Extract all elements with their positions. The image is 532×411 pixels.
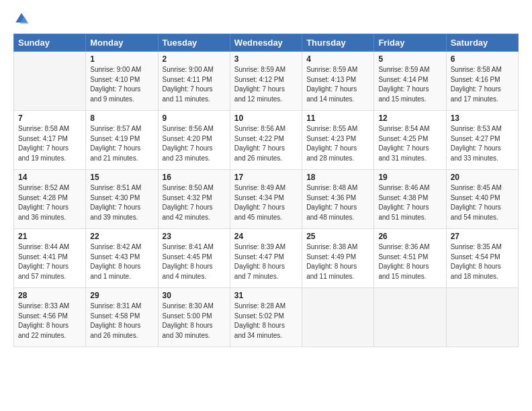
calendar-cell: 18Sunrise: 8:48 AM Sunset: 4:36 PM Dayli… (302, 170, 374, 229)
day-info: Sunrise: 9:00 AM Sunset: 4:11 PM Dayligh… (163, 65, 226, 104)
day-info: Sunrise: 8:46 AM Sunset: 4:38 PM Dayligh… (378, 183, 441, 222)
day-info: Sunrise: 8:39 AM Sunset: 4:47 PM Dayligh… (234, 242, 298, 281)
calendar-cell: 1Sunrise: 9:00 AM Sunset: 4:10 PM Daylig… (86, 52, 158, 111)
calendar-cell: 7Sunrise: 8:58 AM Sunset: 4:17 PM Daylig… (14, 111, 86, 170)
day-info: Sunrise: 8:56 AM Sunset: 4:20 PM Dayligh… (163, 124, 226, 163)
day-info: Sunrise: 8:52 AM Sunset: 4:28 PM Dayligh… (18, 183, 81, 222)
calendar-cell (374, 288, 446, 347)
calendar-cell: 12Sunrise: 8:54 AM Sunset: 4:25 PM Dayli… (374, 111, 446, 170)
day-number: 23 (163, 232, 226, 241)
day-info: Sunrise: 8:53 AM Sunset: 4:27 PM Dayligh… (451, 124, 514, 163)
calendar-cell: 30Sunrise: 8:30 AM Sunset: 5:00 PM Dayli… (158, 288, 230, 347)
calendar-cell (14, 52, 86, 111)
day-info: Sunrise: 8:45 AM Sunset: 4:40 PM Dayligh… (451, 183, 514, 222)
day-number: 12 (378, 113, 441, 123)
calendar-cell: 27Sunrise: 8:35 AM Sunset: 4:54 PM Dayli… (446, 229, 518, 288)
calendar-cell: 4Sunrise: 8:59 AM Sunset: 4:13 PM Daylig… (302, 52, 374, 111)
day-info: Sunrise: 8:59 AM Sunset: 4:12 PM Dayligh… (234, 65, 298, 104)
day-number: 13 (451, 113, 514, 123)
day-number: 20 (451, 173, 514, 182)
calendar-table: SundayMondayTuesdayWednesdayThursdayFrid… (13, 34, 519, 347)
day-number: 9 (163, 113, 226, 123)
day-number: 31 (234, 291, 298, 300)
day-number: 5 (378, 54, 441, 64)
day-info: Sunrise: 8:44 AM Sunset: 4:41 PM Dayligh… (18, 242, 81, 281)
day-number: 14 (18, 173, 81, 182)
day-number: 10 (234, 113, 298, 123)
day-info: Sunrise: 8:55 AM Sunset: 4:23 PM Dayligh… (306, 124, 369, 163)
day-info: Sunrise: 8:49 AM Sunset: 4:34 PM Dayligh… (234, 183, 298, 222)
calendar-cell: 28Sunrise: 8:33 AM Sunset: 4:56 PM Dayli… (14, 288, 86, 347)
day-number: 26 (378, 232, 441, 241)
day-number: 15 (90, 173, 153, 182)
day-number: 1 (90, 54, 153, 64)
day-number: 21 (18, 232, 81, 241)
day-info: Sunrise: 8:31 AM Sunset: 4:58 PM Dayligh… (90, 302, 153, 340)
calendar-cell: 24Sunrise: 8:39 AM Sunset: 4:47 PM Dayli… (230, 229, 302, 288)
calendar-cell: 3Sunrise: 8:59 AM Sunset: 4:12 PM Daylig… (230, 52, 302, 111)
col-header-wednesday: Wednesday (230, 34, 302, 52)
calendar-cell: 21Sunrise: 8:44 AM Sunset: 4:41 PM Dayli… (14, 229, 86, 288)
day-info: Sunrise: 8:41 AM Sunset: 4:45 PM Dayligh… (163, 242, 226, 281)
calendar-cell: 25Sunrise: 8:38 AM Sunset: 4:49 PM Dayli… (302, 229, 374, 288)
col-header-monday: Monday (86, 34, 158, 52)
day-info: Sunrise: 8:59 AM Sunset: 4:14 PM Dayligh… (378, 65, 441, 104)
day-info: Sunrise: 8:30 AM Sunset: 5:00 PM Dayligh… (163, 302, 226, 340)
day-number: 4 (306, 54, 369, 64)
calendar-cell: 20Sunrise: 8:45 AM Sunset: 4:40 PM Dayli… (446, 170, 518, 229)
calendar-cell: 17Sunrise: 8:49 AM Sunset: 4:34 PM Dayli… (230, 170, 302, 229)
logo (13, 11, 32, 27)
calendar-cell: 10Sunrise: 8:56 AM Sunset: 4:22 PM Dayli… (230, 111, 302, 170)
calendar-cell: 23Sunrise: 8:41 AM Sunset: 4:45 PM Dayli… (158, 229, 230, 288)
col-header-friday: Friday (374, 34, 446, 52)
day-number: 25 (306, 232, 369, 241)
calendar-cell (446, 288, 518, 347)
day-info: Sunrise: 8:42 AM Sunset: 4:43 PM Dayligh… (90, 242, 153, 281)
day-number: 17 (234, 173, 298, 182)
day-number: 28 (18, 291, 81, 300)
page-header (13, 11, 519, 27)
calendar-cell: 2Sunrise: 9:00 AM Sunset: 4:11 PM Daylig… (158, 52, 230, 111)
day-number: 29 (90, 291, 153, 300)
week-row-3: 14Sunrise: 8:52 AM Sunset: 4:28 PM Dayli… (14, 170, 519, 229)
calendar-header: SundayMondayTuesdayWednesdayThursdayFrid… (14, 34, 519, 52)
col-header-thursday: Thursday (302, 34, 374, 52)
calendar-cell: 9Sunrise: 8:56 AM Sunset: 4:20 PM Daylig… (158, 111, 230, 170)
logo-icon (13, 11, 30, 27)
day-number: 22 (90, 232, 153, 241)
week-row-1: 1Sunrise: 9:00 AM Sunset: 4:10 PM Daylig… (14, 52, 519, 111)
calendar-cell: 26Sunrise: 8:36 AM Sunset: 4:51 PM Dayli… (374, 229, 446, 288)
day-number: 8 (90, 113, 153, 123)
calendar-cell: 6Sunrise: 8:58 AM Sunset: 4:16 PM Daylig… (446, 52, 518, 111)
calendar-cell: 16Sunrise: 8:50 AM Sunset: 4:32 PM Dayli… (158, 170, 230, 229)
day-number: 3 (234, 54, 298, 64)
day-number: 30 (163, 291, 226, 300)
calendar-cell: 8Sunrise: 8:57 AM Sunset: 4:19 PM Daylig… (86, 111, 158, 170)
day-info: Sunrise: 8:33 AM Sunset: 4:56 PM Dayligh… (18, 302, 81, 340)
calendar-cell: 13Sunrise: 8:53 AM Sunset: 4:27 PM Dayli… (446, 111, 518, 170)
day-number: 11 (306, 113, 369, 123)
header-row: SundayMondayTuesdayWednesdayThursdayFrid… (14, 34, 519, 52)
day-number: 6 (451, 54, 514, 64)
week-row-5: 28Sunrise: 8:33 AM Sunset: 4:56 PM Dayli… (14, 288, 519, 347)
day-info: Sunrise: 8:36 AM Sunset: 4:51 PM Dayligh… (378, 242, 441, 281)
calendar-body: 1Sunrise: 9:00 AM Sunset: 4:10 PM Daylig… (14, 52, 519, 347)
day-info: Sunrise: 8:56 AM Sunset: 4:22 PM Dayligh… (234, 124, 298, 163)
calendar-cell: 22Sunrise: 8:42 AM Sunset: 4:43 PM Dayli… (86, 229, 158, 288)
col-header-saturday: Saturday (446, 34, 518, 52)
day-info: Sunrise: 8:50 AM Sunset: 4:32 PM Dayligh… (163, 183, 226, 222)
day-number: 16 (163, 173, 226, 182)
day-number: 2 (163, 54, 226, 64)
calendar-cell: 31Sunrise: 8:28 AM Sunset: 5:02 PM Dayli… (230, 288, 302, 347)
day-number: 24 (234, 232, 298, 241)
day-info: Sunrise: 8:58 AM Sunset: 4:17 PM Dayligh… (18, 124, 81, 163)
calendar-cell: 15Sunrise: 8:51 AM Sunset: 4:30 PM Dayli… (86, 170, 158, 229)
day-info: Sunrise: 8:48 AM Sunset: 4:36 PM Dayligh… (306, 183, 369, 222)
day-info: Sunrise: 8:35 AM Sunset: 4:54 PM Dayligh… (451, 242, 514, 281)
day-number: 18 (306, 173, 369, 182)
col-header-tuesday: Tuesday (158, 34, 230, 52)
calendar-cell: 5Sunrise: 8:59 AM Sunset: 4:14 PM Daylig… (374, 52, 446, 111)
calendar-cell: 19Sunrise: 8:46 AM Sunset: 4:38 PM Dayli… (374, 170, 446, 229)
col-header-sunday: Sunday (14, 34, 86, 52)
calendar-cell (302, 288, 374, 347)
